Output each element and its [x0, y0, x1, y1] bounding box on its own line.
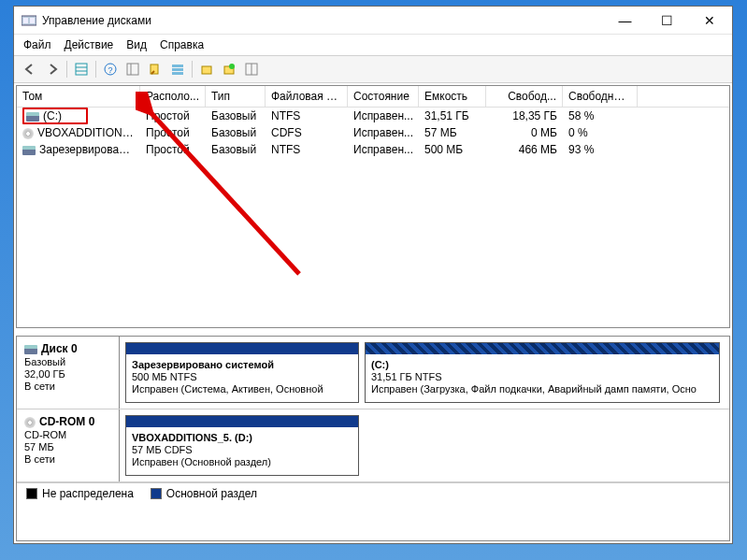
legend: Не распределена Основной раздел: [17, 482, 729, 504]
table-view-icon[interactable]: [71, 59, 92, 79]
graphical-view: Диск 0Базовый32,00 ГБВ сетиЗарезервирова…: [16, 336, 730, 541]
svg-rect-11: [172, 65, 183, 67]
action3-icon[interactable]: [241, 59, 262, 79]
table-body: (C:)ПростойБазовыйNTFSИсправен...31,51 Г…: [17, 108, 729, 327]
col-fs[interactable]: Файловая с...: [266, 86, 348, 107]
legend-primary: Основной раздел: [151, 487, 257, 500]
disk-label: Диск 0Базовый32,00 ГБВ сети: [17, 337, 120, 409]
col-type[interactable]: Тип: [206, 86, 266, 107]
disk-label: CD-ROM 0CD-ROM57 МБВ сети: [17, 409, 120, 481]
svg-rect-12: [172, 68, 183, 71]
table-row[interactable]: VBOXADDITIONS_...ПростойБазовыйCDFSИспра…: [17, 124, 729, 141]
table-row[interactable]: Зарезервировано...ПростойБазовыйNTFSИспр…: [17, 141, 729, 158]
partition[interactable]: (C:)31,51 ГБ NTFSИсправен (Загрузка, Фай…: [365, 342, 720, 403]
svg-rect-3: [76, 64, 87, 75]
action2-icon[interactable]: [219, 59, 239, 79]
svg-text:?: ?: [108, 65, 112, 75]
col-freepct[interactable]: Свободно %: [563, 86, 638, 107]
disk-row: CD-ROM 0CD-ROM57 МБВ сетиVBOXADDITIONS_5…: [17, 409, 729, 482]
table-header: Том Располо... Тип Файловая с... Состоян…: [17, 86, 729, 108]
forward-button[interactable]: [42, 59, 63, 79]
svg-rect-2: [30, 18, 35, 23]
disk-management-window: Управление дисками — ☐ ✕ Файл Действие В…: [13, 6, 733, 544]
col-status[interactable]: Состояние: [348, 86, 419, 107]
settings-icon[interactable]: [122, 59, 143, 79]
menu-help[interactable]: Справка: [160, 38, 204, 51]
menubar: Файл Действие Вид Справка: [14, 35, 732, 55]
menu-view[interactable]: Вид: [126, 38, 147, 51]
window-title: Управление дисками: [42, 14, 604, 27]
svg-point-16: [229, 64, 235, 69]
svg-rect-14: [202, 66, 211, 74]
svg-rect-1: [23, 18, 28, 23]
menu-file[interactable]: Файл: [23, 38, 51, 51]
help-icon[interactable]: ?: [100, 59, 121, 79]
titlebar[interactable]: Управление дисками — ☐ ✕: [14, 7, 732, 35]
list-icon[interactable]: [167, 59, 188, 79]
toolbar: ?: [14, 55, 732, 83]
maximize-button[interactable]: ☐: [646, 7, 688, 34]
col-layout[interactable]: Располо...: [140, 86, 206, 107]
col-free[interactable]: Свобод...: [486, 86, 563, 107]
col-capacity[interactable]: Емкость: [419, 86, 486, 107]
content-area: Том Располо... Тип Файловая с... Состоян…: [14, 83, 732, 543]
legend-unallocated: Не распределена: [26, 487, 134, 500]
volume-table: Том Располо... Тип Файловая с... Состоян…: [16, 85, 730, 328]
menu-action[interactable]: Действие: [65, 38, 114, 51]
partition[interactable]: VBOXADDITIONS_5. (D:)57 МБ CDFSИсправен …: [125, 415, 359, 476]
disk-management-icon: [22, 14, 36, 27]
table-row[interactable]: (C:)ПростойБазовыйNTFSИсправен...31,51 Г…: [17, 108, 729, 124]
disk-row: Диск 0Базовый32,00 ГБВ сетиЗарезервирова…: [17, 337, 729, 409]
action1-icon[interactable]: [196, 59, 217, 79]
back-button[interactable]: [20, 59, 40, 79]
partition[interactable]: Зарезервировано системой500 МБ NTFSИспра…: [125, 342, 359, 403]
minimize-button[interactable]: —: [604, 7, 646, 34]
close-button[interactable]: ✕: [688, 7, 730, 34]
col-volume[interactable]: Том: [17, 86, 140, 107]
svg-rect-13: [172, 72, 183, 75]
properties-icon[interactable]: [145, 59, 165, 79]
svg-rect-8: [127, 64, 138, 75]
